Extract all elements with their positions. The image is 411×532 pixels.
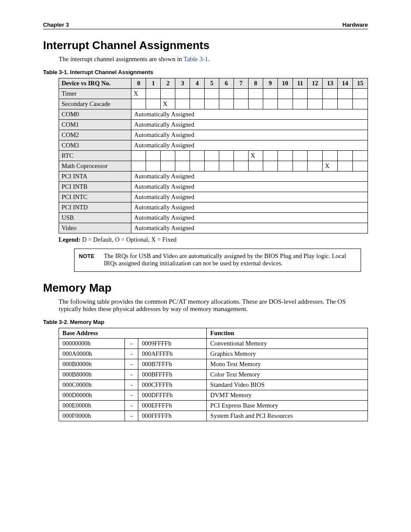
irq-device-cell: COM0 [59,109,131,120]
mmap-th-base: Base Address [59,328,207,339]
table-row: PCI INTBAutomatically Assigned [59,182,368,192]
irq-table-caption: Table 3-1. Interrupt Channel Assignments [43,69,368,75]
irq-cell [205,161,219,171]
mmap-dash: - [125,380,138,390]
irq-device-cell: PCI INTD [59,202,131,213]
table-row: USBAutomatically Assigned [59,213,368,223]
irq-cell [263,99,277,109]
table-row: RTCX [59,151,368,161]
irq-cell [293,151,308,161]
irq-cell [131,161,146,171]
mmap-to: 000EFFFFh [138,401,207,411]
mmap-dash: - [125,349,138,359]
table-row: 000D0000h-000DFFFFhDVMT Memory [59,390,368,401]
mmap-dash: - [125,411,138,421]
irq-cell [308,151,323,161]
irq-cell [263,161,277,171]
irq-cell [219,151,234,161]
mmap-table-caption: Table 3-2. Memory Map [43,319,368,325]
irq-device-cell: USB [59,213,131,223]
irq-th-10: 10 [277,78,293,89]
mmap-from: 00000000h [59,339,125,349]
irq-th-4: 4 [190,78,205,89]
mmap-dash: - [125,401,138,411]
mmap-from: 000A0000h [59,349,125,359]
irq-cell [205,89,219,99]
irq-cell [205,151,219,161]
mmap-to: 000DFFFFh [138,390,207,401]
irq-cell [293,89,308,99]
note-text: The IRQs for USB and Video are automatic… [104,252,356,267]
irq-cell [161,151,175,161]
table-row: COM1Automatically Assigned [59,120,368,130]
irq-cell: X [131,89,146,99]
mmap-to: 0009FFFFh [138,339,207,349]
table-row: 000C0000h-000CFFFFhStandard Video BIOS [59,380,368,390]
irq-cell [146,99,161,109]
irq-cell [353,161,368,171]
table-row: COM0Automatically Assigned [59,109,368,120]
footer-wrap: CoreModule 720 Reference Manual 21 [43,426,368,532]
table-row: Secondary CascadeX [59,99,368,109]
mmap-dash: - [125,359,138,370]
table-row: Math CoprocessorX [59,161,368,171]
mmap-from: 000B8000h [59,370,125,380]
table-ref-link[interactable]: Table 3-1 [184,56,208,62]
irq-th-7: 7 [234,78,248,89]
note-box: NOTE The IRQs for USB and Video are auto… [74,249,361,272]
mmap-function: System Flash and PCI Resources [207,411,368,421]
table-row: TimerX [59,89,368,99]
mmap-to: 000BFFFFh [138,370,207,380]
irq-cell [293,99,308,109]
table-row: PCI INTDAutomatically Assigned [59,202,368,213]
irq-span-cell: Automatically Assigned [131,140,368,151]
irq-device-cell: COM1 [59,120,131,130]
memory-map-table: Base Address Function 00000000h-0009FFFF… [59,328,368,421]
irq-cell: X [323,161,338,171]
irq-cell [219,89,234,99]
section-title-memory-map: Memory Map [43,281,368,295]
irq-th-14: 14 [338,78,353,89]
irq-cell [146,89,161,99]
irq-cell [338,89,353,99]
irq-cell [219,161,234,171]
irq-device-cell: Timer [59,89,131,99]
irq-th-15: 15 [353,78,368,89]
irq-cell: X [248,151,263,161]
irq-cell [248,161,263,171]
mmap-to: 000AFFFFh [138,349,207,359]
mmap-dash: - [125,339,138,349]
irq-cell [263,151,277,161]
table-row: 000F0000h-000FFFFFhSystem Flash and PCI … [59,411,368,421]
irq-cell [190,161,205,171]
irq-cell [308,89,323,99]
irq-device-cell: Math Coprocessor [59,161,131,171]
irq-cell [338,161,353,171]
irq-cell [234,151,248,161]
table-row: PCI INTAAutomatically Assigned [59,171,368,182]
irq-span-cell: Automatically Assigned [131,171,368,182]
irq-cell [234,161,248,171]
mmap-from: 000C0000h [59,380,125,390]
header-section: Hardware [342,22,368,28]
irq-cell [308,99,323,109]
irq-cell [175,99,190,109]
irq-cell [190,151,205,161]
irq-th-2: 2 [161,78,175,89]
table-row: PCI INTCAutomatically Assigned [59,192,368,202]
mmap-to: 000CFFFFh [138,380,207,390]
irq-th-3: 3 [175,78,190,89]
irq-th-device: Device vs IRQ No. [59,78,131,89]
irq-cell [338,99,353,109]
irq-th-0: 0 [131,78,146,89]
irq-cell [175,89,190,99]
irq-span-cell: Automatically Assigned [131,202,368,213]
irq-span-cell: Automatically Assigned [131,223,368,233]
mmap-from: 000D0000h [59,390,125,401]
irq-cell [190,89,205,99]
irq-device-cell: Secondary Cascade [59,99,131,109]
irq-device-cell: PCI INTC [59,192,131,202]
irq-cell [353,151,368,161]
section-title-irq: Interrupt Channel Assignments [43,39,368,52]
mmap-to: 000FFFFFh [138,411,207,421]
